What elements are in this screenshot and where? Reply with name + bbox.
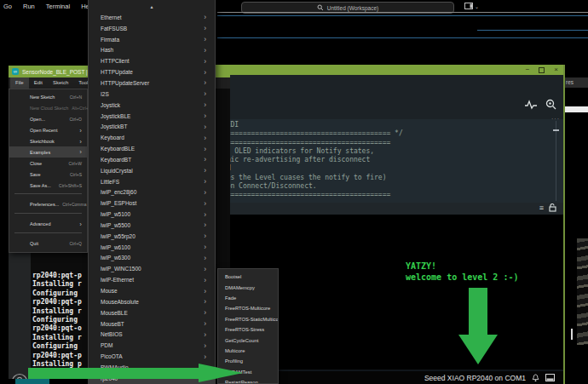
code-line: ========================================… — [218, 139, 403, 147]
examples-menu-item[interactable]: lwIP_w5500 — [89, 220, 215, 231]
rp2040-submenu-item[interactable]: Multicore — [218, 346, 278, 356]
annotation-arrow-right — [28, 364, 243, 383]
code-line: nges the Level cuases the notify to fire… — [218, 174, 403, 182]
examples-menu-item[interactable]: MouseBLE — [89, 307, 215, 318]
examples-menu-item[interactable]: PDM — [89, 340, 215, 351]
editor-scrollbar-thumb[interactable] — [553, 129, 559, 131]
file-menu-item[interactable]: Advanced — [9, 219, 87, 230]
file-menu-item[interactable]: Quit Ctrl+Q — [9, 238, 87, 249]
background-fragment — [564, 106, 588, 112]
serial-monitor-icon[interactable] — [545, 99, 556, 110]
rp2040-submenu-item[interactable]: GetCycleCount — [218, 335, 278, 345]
examples-menu-item[interactable]: HTTPUpdateServer — [89, 77, 215, 89]
examples-menu-item[interactable]: Firmata — [89, 34, 215, 45]
file-menu-item[interactable]: Save As... Ctrl+Shift+S — [9, 180, 87, 191]
close-button[interactable]: × — [554, 66, 558, 74]
examples-menu-item[interactable]: Joystick — [89, 100, 215, 111]
examples-menu-item[interactable]: Ethernet — [89, 12, 215, 23]
notifications-bell-icon[interactable] — [532, 374, 539, 382]
menu-item-label: MouseAbsolute — [101, 299, 139, 305]
rp2040-submenu-item[interactable]: DMAMemcpy — [218, 282, 278, 292]
menu-item-label: lwIP_w6100 — [101, 244, 130, 250]
file-menu-item[interactable]: New Cloud Sketch Alt+Ctrl+N — [9, 103, 87, 114]
examples-menu-item[interactable]: HTTPUpdate — [89, 66, 215, 77]
serial-plotter-icon[interactable] — [525, 100, 537, 110]
maximize-button[interactable] — [539, 67, 545, 73]
rp2040-submenu-item[interactable]: FreeRTOS-Multicore — [218, 303, 278, 313]
code-line: namic re-advertising after disconnect — [218, 156, 403, 164]
layout-toggle-button[interactable]: ⌄ — [464, 3, 479, 9]
menu-item-label: PicoOTA — [101, 353, 123, 359]
editor-scrollbar[interactable] — [556, 121, 556, 201]
file-menu-item[interactable] — [9, 193, 87, 199]
file-menu-item[interactable]: Open Recent — [9, 125, 87, 136]
menu-item-label: HTTPUpdateServer — [101, 80, 149, 86]
install-log-line: Installing r — [32, 307, 82, 316]
menubar-item[interactable]: Sketch — [48, 77, 73, 89]
unlock-icon[interactable] — [549, 203, 556, 212]
minimize-button[interactable]: − — [526, 66, 530, 74]
menu-item-label: JoystickBLE — [101, 113, 130, 119]
file-menu-item[interactable]: Save Ctrl+S — [9, 169, 87, 180]
menu-item-label: JoystickBT — [101, 123, 127, 129]
scroll-up-icon[interactable]: ▴ — [89, 2, 215, 12]
desktop-menu-item[interactable]: Run — [23, 3, 35, 10]
menu-item-label: Advanced — [30, 221, 50, 226]
examples-menu-item[interactable]: lwIP_enc28j60 — [89, 187, 215, 198]
examples-menu-item[interactable]: JoystickBLE — [89, 111, 215, 122]
examples-menu-item[interactable]: LiquidCrystal — [89, 165, 215, 176]
console-output-icon[interactable]: ≡ — [539, 203, 544, 212]
examples-menu-item[interactable]: Hash — [89, 45, 215, 56]
examples-menu-item[interactable]: lwIP-Ethernet — [89, 274, 215, 285]
examples-menu-item[interactable]: KeyboardBLE — [89, 143, 215, 154]
file-menu-item[interactable]: Open... Ctrl+O — [9, 114, 87, 125]
file-menu-item[interactable]: Preferences... Ctrl+Comma — [9, 199, 87, 210]
examples-menu-item[interactable]: Keyboard — [89, 132, 215, 143]
menu-item-label: FatFSUSB — [101, 26, 127, 32]
install-log-line: Installing r — [32, 280, 82, 289]
examples-menu-item[interactable]: lwIP_w55rp20 — [89, 231, 215, 242]
examples-menu-item[interactable]: KeyboardBT — [89, 154, 215, 165]
file-menu-item[interactable] — [9, 213, 87, 219]
file-menu-item[interactable] — [9, 232, 87, 238]
code-editor[interactable]: 0 EDI===================================… — [194, 119, 563, 203]
menu-item-label: Keyboard — [101, 135, 124, 140]
examples-menu-item[interactable]: Mouse — [89, 285, 215, 296]
examples-menu-item[interactable]: HTTPClient — [89, 55, 215, 66]
menu-item-label: HTTPUpdate — [101, 69, 133, 75]
examples-menu-item[interactable]: FatFSUSB — [89, 23, 215, 34]
menu-item-shortcut: Ctrl+Q — [69, 241, 82, 246]
examples-menu-item[interactable]: LittleFS — [89, 176, 215, 187]
examples-menu-item[interactable]: JoystickBT — [89, 121, 215, 132]
toggle-panel-icon[interactable] — [545, 374, 555, 381]
examples-menu-item[interactable]: lwIP_w6300 — [89, 253, 215, 264]
menubar-item[interactable]: Edit — [29, 77, 48, 89]
code-line: ========================================… — [218, 129, 403, 138]
examples-menu-item[interactable]: PicoOTA — [89, 351, 215, 362]
board-port-label[interactable]: Seeed XIAO RP2040 on COM1 — [424, 374, 526, 382]
rp2040-submenu-item[interactable]: FreeRTOS-Stress — [218, 324, 278, 335]
examples-menu-item[interactable]: lwIP_w6100 — [89, 242, 215, 253]
menubar-item[interactable]: File — [10, 77, 29, 89]
rp2040-submenu-item[interactable]: Fade — [218, 293, 278, 303]
examples-menu-item[interactable]: lwIP_WINC1500 — [89, 263, 215, 274]
file-menu-item[interactable]: Close Ctrl+W — [9, 158, 87, 169]
account-icon[interactable] — [11, 373, 28, 379]
menu-item-label: GetCycleCount — [225, 338, 258, 343]
file-menu-item[interactable]: New Sketch Ctrl+N — [9, 92, 87, 103]
examples-menu-item[interactable]: MouseAbsolute — [89, 296, 215, 307]
examples-menu-item[interactable]: NetBIOS — [89, 329, 215, 340]
examples-menu-item[interactable]: MouseBT — [89, 318, 215, 330]
main-window-titlebar[interactable]: − × — [194, 65, 563, 75]
command-center-label: Untitled (Workspace) — [327, 5, 379, 11]
code-line: p on Connect/Disconnect. — [218, 182, 403, 191]
rp2040-submenu-item[interactable]: FreeRTOS-StaticMulticore — [218, 314, 278, 324]
desktop-menu-item[interactable]: Go — [3, 3, 12, 10]
rp2040-submenu-item[interactable]: Bootsel — [218, 272, 278, 282]
desktop-menu-item[interactable]: Terminal — [46, 3, 70, 10]
examples-menu-item[interactable]: lwIP_w5100 — [89, 209, 215, 220]
file-menu-item[interactable]: Examples — [9, 146, 87, 158]
file-menu-item[interactable]: Sketchbook — [9, 136, 87, 147]
examples-menu-item[interactable]: lwIP_ESPHost — [89, 198, 215, 209]
examples-menu-item[interactable]: I2S — [89, 89, 215, 100]
